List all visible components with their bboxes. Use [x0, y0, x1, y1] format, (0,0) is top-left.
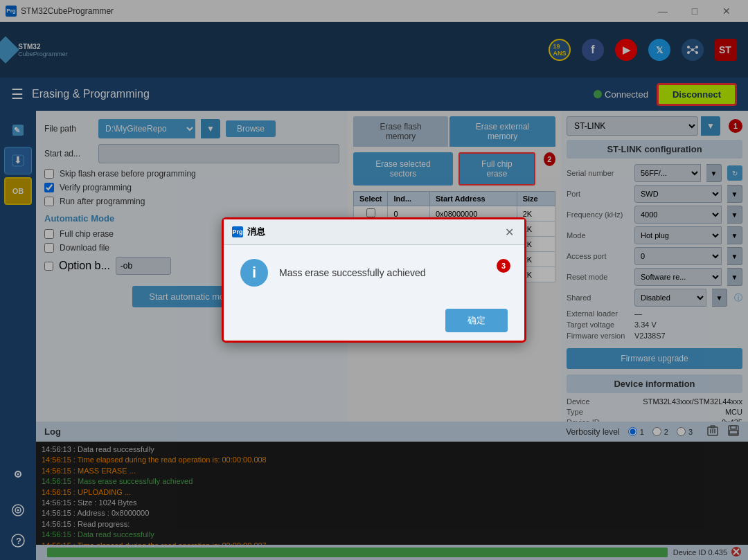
- dialog-overlay: Prg 消息 ✕ i Mass erase successfully achie…: [0, 0, 748, 560]
- dialog-ok-button[interactable]: 确定: [445, 309, 508, 332]
- dialog-app-icon: Prg: [232, 226, 243, 237]
- dialog-title-bar: Prg 消息 ✕: [224, 219, 524, 245]
- dialog-footer: 确定: [224, 300, 524, 341]
- badge-3: 3: [497, 259, 510, 273]
- dialog-info-icon: i: [240, 259, 268, 287]
- dialog-close-button[interactable]: ✕: [502, 225, 516, 239]
- dialog-message: Mass erase successfully achieved: [279, 267, 426, 278]
- dialog-body: i Mass erase successfully achieved 3: [224, 245, 524, 300]
- dialog-box: Prg 消息 ✕ i Mass erase successfully achie…: [222, 217, 526, 343]
- dialog-title: 消息: [247, 226, 265, 238]
